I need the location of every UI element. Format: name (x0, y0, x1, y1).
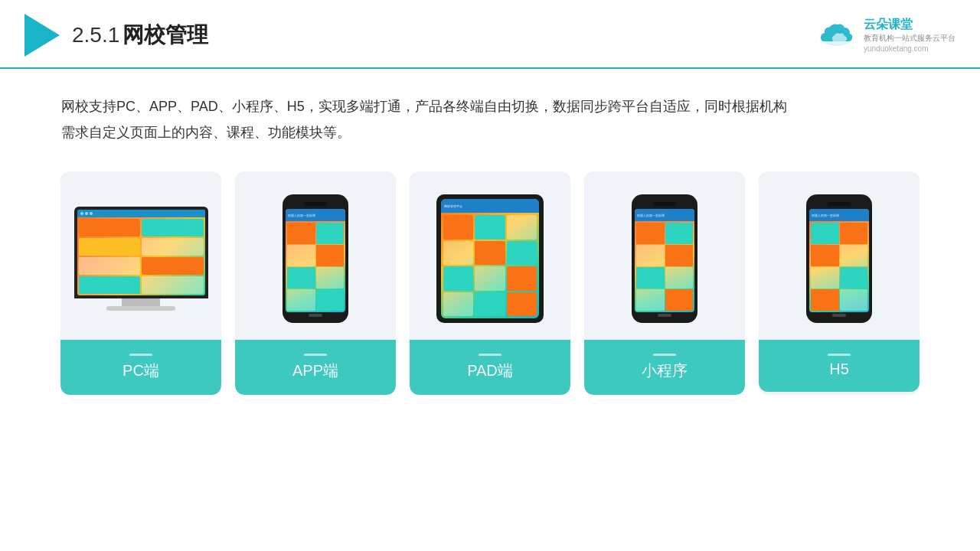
card-pad: 网校管理平台 (410, 171, 570, 395)
page-number: 2.5.1 (72, 23, 119, 47)
card-label-bar (304, 354, 327, 356)
card-label-bar (828, 354, 851, 356)
card-pc-label: PC端 (60, 340, 221, 395)
card-h5: 职通人的第一堂训课 H5 (759, 171, 920, 395)
phone-notch (304, 202, 327, 206)
card-miniapp-label: 小程序 (584, 340, 745, 395)
brand-text: 云朵课堂 教育机构一站式服务云平台 yunduoketang.com (864, 16, 956, 54)
pc-mockup (74, 207, 208, 311)
page-title: 2.5.1网校管理 (72, 21, 208, 50)
card-miniapp: 职通人的第一堂训课 小程序 (584, 171, 745, 395)
header-left: 2.5.1网校管理 (24, 14, 208, 57)
card-app-image: 职通人的第一堂训课 (235, 171, 396, 340)
card-h5-image: 职通人的第一堂训课 (759, 171, 920, 340)
cards-container: PC端 职通人的第一堂训课 (0, 164, 980, 395)
phone-notch-3 (828, 202, 851, 206)
card-label-bar (479, 354, 501, 356)
brand-tagline: 教育机构一站式服务云平台 (864, 33, 956, 44)
card-pad-image: 网校管理平台 (410, 171, 570, 340)
card-label-bar (129, 354, 152, 356)
card-miniapp-image: 职通人的第一堂训课 (584, 171, 745, 340)
brand-url: yunduoketang.com (864, 44, 956, 54)
brand-name: 云朵课堂 (864, 16, 956, 33)
cloud-icon (816, 21, 858, 49)
logo-triangle-icon (24, 14, 60, 57)
card-pc: PC端 (60, 171, 221, 395)
pad-mockup: 网校管理平台 (436, 194, 544, 323)
card-h5-label: H5 (759, 340, 920, 392)
phone-mockup-app: 职通人的第一堂训课 (283, 194, 348, 323)
description-text: 网校支持PC、APP、PAD、小程序、H5，实现多端打通，产品各终端自由切换，数… (0, 69, 980, 164)
phone-mockup-h5: 职通人的第一堂训课 (806, 194, 872, 323)
card-app: 职通人的第一堂训课 APP端 (235, 171, 396, 395)
phone-home-button (309, 314, 322, 317)
card-pad-label: PAD端 (410, 340, 570, 395)
phone-notch-2 (653, 202, 676, 206)
card-pc-image (60, 171, 221, 340)
phone-home-button-3 (832, 314, 846, 317)
phone-home-button-2 (658, 314, 671, 317)
brand-logo: 云朵课堂 教育机构一站式服务云平台 yunduoketang.com (816, 16, 956, 54)
header: 2.5.1网校管理 云朵课堂 教育机构一站式服务云平台 yunduoketang… (0, 0, 980, 69)
card-label-bar (653, 354, 676, 356)
card-app-label: APP端 (235, 340, 396, 395)
phone-mockup-miniapp: 职通人的第一堂训课 (632, 194, 697, 323)
